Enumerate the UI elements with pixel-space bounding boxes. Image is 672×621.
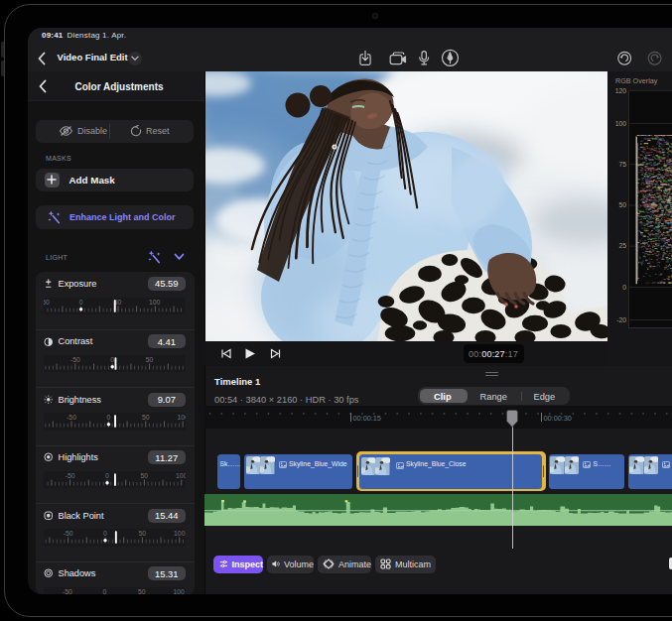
svg-text:-20: -20 <box>616 316 626 323</box>
svg-text:0: 0 <box>79 299 83 306</box>
svg-text:50: 50 <box>618 201 626 208</box>
svg-text:100: 100 <box>174 530 186 537</box>
svg-text:-50: -50 <box>66 472 75 479</box>
svg-text:0: 0 <box>107 414 111 421</box>
svg-text:100: 100 <box>149 299 161 306</box>
svg-text:0: 0 <box>110 356 114 363</box>
svg-text:0: 0 <box>105 472 109 479</box>
svg-text:0: 0 <box>622 284 626 291</box>
svg-text:0: 0 <box>103 530 107 537</box>
svg-text:-50: -50 <box>44 299 50 306</box>
svg-text:75: 75 <box>618 161 626 168</box>
svg-text:-50: -50 <box>63 588 72 595</box>
svg-text:50: 50 <box>138 588 146 595</box>
svg-text:120: 120 <box>615 87 627 94</box>
svg-text:-50: -50 <box>70 356 80 363</box>
svg-text:100: 100 <box>615 120 627 127</box>
svg-text:25: 25 <box>618 242 626 249</box>
svg-text:50: 50 <box>141 472 149 479</box>
svg-text:50: 50 <box>146 356 154 363</box>
svg-text:0: 0 <box>102 588 106 595</box>
svg-text:-50: -50 <box>67 414 76 421</box>
svg-text:-50: -50 <box>64 530 73 537</box>
svg-text:50: 50 <box>142 414 150 421</box>
svg-text:100: 100 <box>176 472 186 479</box>
svg-text:100: 100 <box>173 588 185 595</box>
svg-text:100: 100 <box>178 414 186 421</box>
svg-text:50: 50 <box>139 530 147 537</box>
